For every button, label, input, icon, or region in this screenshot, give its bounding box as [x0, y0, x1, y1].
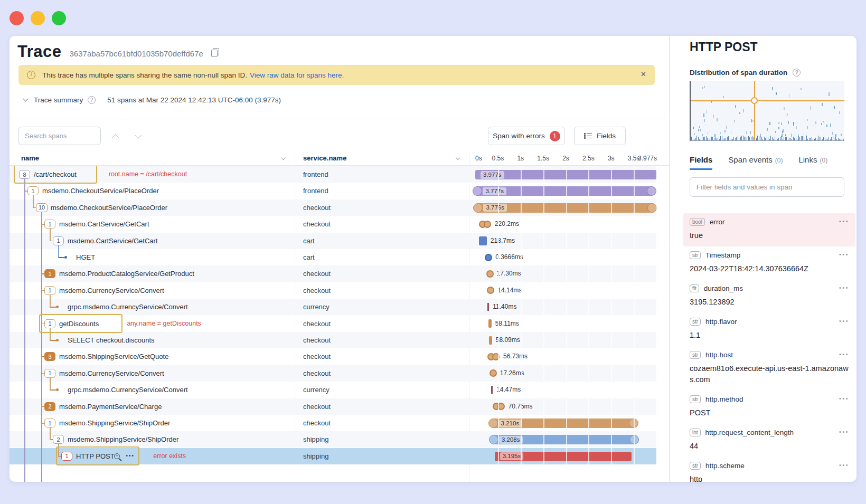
span-row[interactable]: 1msdemo.CartService/GetCartcart218.7ms [10, 233, 656, 249]
duration-bar[interactable]: 3.208s [494, 435, 634, 444]
tab-links[interactable]: Links(0) [798, 155, 827, 170]
trace-summary-label: Trace summary [34, 96, 83, 104]
span-name[interactable]: msdemo.ProductCatalogService/GetProduct [59, 265, 194, 282]
histogram-bar [783, 139, 783, 140]
child-count-badge[interactable]: 1 [44, 369, 55, 378]
help-icon[interactable] [793, 69, 801, 77]
tab-fields[interactable]: Fields [690, 155, 712, 170]
span-row[interactable]: 2msdemo.ShippingService/ShipOrdershippin… [10, 431, 656, 448]
span-marker[interactable] [479, 236, 487, 245]
child-count-badge[interactable]: 1 [27, 186, 39, 195]
span-name[interactable]: msdemo.ShippingService/ShipOrder [59, 415, 170, 431]
span-marker[interactable] [484, 221, 491, 228]
span-marker[interactable] [488, 319, 492, 328]
child-count-badge[interactable]: 1 [53, 236, 64, 245]
span-marker[interactable] [490, 369, 497, 377]
column-header-service[interactable]: service.name [303, 154, 346, 162]
trace-summary-row[interactable]: Trace summary 51 spans at Mar 22 2024 12… [24, 96, 281, 104]
span-name[interactable]: HGET [76, 249, 95, 265]
duration-bar[interactable]: 3.777s [477, 186, 652, 196]
span-name[interactable]: msdemo.ShippingService/GetQuote [59, 348, 168, 365]
span-name[interactable]: msdemo.CartService/GetCart [68, 233, 158, 249]
span-name[interactable]: grpc.msdemo.CurrencyService/Convert [68, 299, 188, 315]
span-name[interactable]: grpc.msdemo.CurrencyService/Convert [68, 382, 188, 398]
scatter-mark [778, 127, 779, 129]
histogram-bar [760, 136, 760, 140]
span-row[interactable]: grpc.msdemo.CurrencyService/Convertcurre… [10, 299, 656, 315]
minimize-traffic-light[interactable] [31, 11, 45, 25]
column-header-name[interactable]: name [21, 154, 39, 162]
span-name[interactable]: msdemo.CurrencyService/Convert [59, 365, 164, 382]
span-marker[interactable] [489, 336, 492, 345]
histogram-bar [838, 138, 839, 140]
filter-fields-input[interactable] [690, 177, 844, 197]
span-marker[interactable] [485, 254, 492, 261]
span-with-errors-button[interactable]: Span with errors 1 [488, 127, 565, 145]
span-row[interactable]: 1msdemo.CheckoutService/PlaceOrderfronte… [10, 183, 656, 199]
span-row[interactable]: 1getDiscountsany.name = getDiscountschec… [10, 316, 656, 332]
duration-distribution-chart[interactable] [690, 81, 844, 141]
span-row[interactable]: 8/cart/checkoutroot.name = /cart/checkou… [10, 166, 656, 183]
span-marker[interactable] [491, 386, 493, 394]
chevron-down-icon[interactable] [23, 97, 29, 102]
more-options-icon[interactable] [839, 251, 849, 258]
sort-chevron-icon[interactable] [456, 156, 460, 160]
child-count-badge[interactable]: 2 [53, 435, 64, 444]
span-row[interactable]: 3msdemo.ShippingService/GetQuotecheckout… [10, 348, 656, 365]
span-name[interactable]: SELECT checkout.discounts [68, 332, 155, 348]
span-name[interactable]: msdemo.ShippingService/ShipOrder [68, 431, 178, 448]
span-row[interactable]: 1msdemo.CurrencyService/Convertcheckout1… [10, 365, 656, 382]
span-row[interactable]: SELECT checkout.discountscheckout58.09ms [10, 332, 656, 348]
span-row[interactable]: 2msdemo.PaymentService/Chargecheckout70.… [10, 398, 656, 415]
close-icon[interactable] [641, 70, 646, 78]
more-options-icon[interactable] [839, 318, 849, 324]
duration-bar[interactable]: 3.210s [493, 419, 634, 428]
span-marker[interactable] [486, 270, 494, 278]
span-name[interactable]: msdemo.CartService/GetCart [59, 216, 149, 232]
span-row[interactable]: HGETcart0.3666ms [10, 249, 656, 265]
span-name[interactable]: msdemo.PaymentService/Charge [59, 398, 162, 415]
chevron-down-icon[interactable] [135, 132, 142, 139]
span-row[interactable]: 1msdemo.CartService/GetCartcheckout220.2… [10, 216, 656, 232]
more-options-icon[interactable] [839, 218, 849, 224]
child-count-badge[interactable]: 3 [44, 352, 55, 361]
span-row[interactable]: 10msdemo.CheckoutService/PlaceOrdercheck… [10, 199, 656, 216]
span-row[interactable]: 1HTTP POSTerror existsshipping3.195s [10, 448, 656, 464]
child-count-badge[interactable]: 1 [44, 419, 55, 427]
more-options-icon[interactable] [839, 351, 849, 357]
child-count-badge[interactable]: 1 [44, 220, 55, 229]
span-row[interactable]: grpc.msdemo.CurrencyService/Convertcurre… [10, 382, 656, 398]
span-marker[interactable] [487, 303, 489, 311]
span-name[interactable]: msdemo.CheckoutService/PlaceOrder [51, 199, 167, 216]
span-name[interactable]: msdemo.CheckoutService/PlaceOrder [42, 183, 159, 199]
more-options-icon[interactable] [839, 284, 849, 291]
child-count-badge[interactable]: 1 [44, 269, 55, 278]
sort-chevron-icon[interactable] [281, 156, 286, 160]
histogram-bar [702, 137, 702, 140]
more-options-icon[interactable] [839, 429, 849, 435]
span-row[interactable]: 1msdemo.ShippingService/ShipOrdercheckou… [10, 415, 656, 431]
banner-link[interactable]: View raw data for spans here. [250, 71, 344, 79]
fields-button[interactable]: Fields [574, 127, 626, 145]
service-name: checkout [303, 365, 331, 382]
maximize-traffic-light[interactable] [52, 11, 66, 25]
tab-span-events[interactable]: Span events(0) [728, 155, 783, 170]
child-count-badge[interactable]: 2 [44, 402, 55, 411]
scatter-mark [743, 109, 745, 112]
span-marker[interactable] [487, 287, 494, 294]
search-input[interactable] [18, 127, 101, 145]
child-count-badge[interactable]: 10 [36, 203, 48, 212]
help-icon[interactable] [88, 96, 96, 104]
span-name[interactable]: msdemo.CurrencyService/Convert [59, 282, 164, 299]
more-options-icon[interactable] [126, 448, 134, 464]
chevron-up-icon[interactable] [112, 134, 119, 141]
close-traffic-light[interactable] [10, 11, 24, 25]
span-row[interactable]: 1msdemo.ProductCatalogService/GetProduct… [10, 265, 656, 282]
span-row[interactable]: 1msdemo.CurrencyService/Convertcheckout1… [10, 282, 656, 299]
more-options-icon[interactable] [839, 395, 849, 402]
duration-bar[interactable]: 3.776s [478, 203, 652, 213]
more-options-icon[interactable] [839, 462, 849, 468]
child-count-badge[interactable]: 1 [44, 286, 55, 295]
zoom-in-icon[interactable] [114, 453, 120, 459]
copy-icon[interactable] [211, 50, 218, 57]
